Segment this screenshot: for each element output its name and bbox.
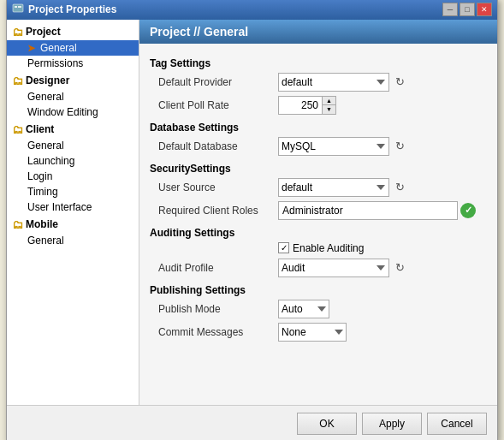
publish-mode-row: Publish Mode Auto Manual [150, 300, 487, 318]
audit-profile-controls: Audit ↻ [278, 259, 407, 277]
window-title: Project Properties [28, 3, 116, 15]
client-folder-icon: 🗂 [12, 123, 23, 136]
sidebar-item-general[interactable]: ➤ General [7, 40, 139, 56]
audit-profile-refresh-button[interactable]: ↻ [392, 260, 407, 276]
sidebar-root-client-label: Client [26, 123, 54, 135]
content-area: 🗂 Project ➤ General Permissions 🗂 Design… [7, 20, 497, 405]
sidebar-item-mobile-general-label: General [27, 235, 64, 247]
maximize-button[interactable]: □ [460, 3, 475, 16]
arrow-icon: ➤ [27, 43, 38, 53]
footer: OK Apply Cancel [7, 405, 497, 441]
audit-profile-row: Audit Profile Audit ↻ [150, 259, 487, 277]
svg-rect-0 [13, 4, 23, 12]
project-properties-window: Project Properties ─ □ ✕ 🗂 Project ➤ Gen… [6, 0, 498, 440]
default-database-select[interactable]: MySQL [278, 137, 389, 156]
default-database-refresh-button[interactable]: ↻ [392, 139, 407, 154]
sidebar-item-window-editing[interactable]: Window Editing [7, 104, 139, 120]
client-poll-rate-label: Client Poll Rate [158, 99, 278, 111]
publish-mode-label: Publish Mode [158, 303, 278, 315]
auditing-settings-title: Auditing Settings [150, 227, 487, 239]
titlebar-left: Project Properties [12, 3, 116, 15]
database-settings-title: Database Settings [150, 122, 487, 134]
sidebar-section-project: 🗂 Project ➤ General Permissions [7, 24, 139, 71]
publish-mode-select[interactable]: Auto Manual [278, 300, 329, 318]
titlebar: Project Properties ─ □ ✕ [7, 0, 497, 20]
user-source-refresh-button[interactable]: ↻ [392, 180, 407, 195]
sidebar-root-mobile-label: Mobile [26, 218, 58, 230]
default-provider-select[interactable]: default [278, 73, 389, 92]
tag-settings-title: Tag Settings [150, 57, 487, 69]
sidebar-item-timing-label: Timing [27, 186, 58, 198]
sidebar-item-mobile-general[interactable]: General [7, 233, 139, 248]
sidebar-root-project[interactable]: 🗂 Project [7, 24, 139, 40]
project-folder-icon: 🗂 [12, 26, 23, 39]
required-client-roles-label: Required Client Roles [158, 205, 278, 217]
sidebar-section-designer: 🗂 Designer General Window Editing [7, 73, 139, 120]
sidebar-item-client-general-label: General [27, 140, 64, 152]
sidebar-root-designer-label: Designer [26, 74, 69, 86]
enable-auditing-checkbox[interactable]: ✓ [278, 242, 289, 253]
apply-button[interactable]: Apply [362, 413, 422, 435]
sidebar-section-client: 🗂 Client General Launching Login Timing … [7, 122, 139, 215]
enable-auditing-label: Enable Auditing [293, 242, 364, 254]
spinner-up-button[interactable]: ▲ [322, 97, 335, 105]
client-poll-rate-row: Client Poll Rate ▲ ▼ [150, 96, 487, 115]
publishing-settings-title: Publishing Settings [150, 284, 487, 296]
user-source-row: User Source default ↻ [150, 178, 487, 197]
spinner-buttons: ▲ ▼ [322, 97, 335, 114]
client-poll-rate-spinner: ▲ ▼ [278, 96, 336, 115]
required-client-roles-controls: ✓ [278, 201, 476, 220]
svg-rect-2 [18, 6, 21, 8]
sidebar-item-general-label: General [40, 42, 77, 54]
sidebar-item-login-label: Login [27, 170, 52, 182]
required-client-roles-row: Required Client Roles ✓ [150, 201, 487, 220]
panel-body: Tag Settings Default Provider default ↻ … [139, 44, 497, 353]
sidebar-item-designer-general[interactable]: General [7, 89, 139, 104]
required-client-roles-input[interactable] [278, 201, 458, 220]
default-provider-row: Default Provider default ↻ [150, 73, 487, 92]
audit-profile-select[interactable]: Audit [278, 259, 389, 277]
default-database-row: Default Database MySQL ↻ [150, 137, 487, 156]
audit-profile-label: Audit Profile [158, 262, 278, 274]
minimize-button[interactable]: ─ [442, 3, 458, 16]
mobile-folder-icon: 🗂 [12, 218, 23, 231]
sidebar-item-login[interactable]: Login [7, 169, 139, 184]
default-database-label: Default Database [158, 140, 278, 152]
user-source-controls: default ↻ [278, 178, 407, 197]
sidebar-item-window-editing-label: Window Editing [27, 106, 98, 118]
commit-messages-row: Commit Messages None Required Optional [150, 323, 487, 342]
window-icon [12, 3, 24, 15]
publish-mode-controls: Auto Manual [278, 300, 329, 318]
cancel-button[interactable]: Cancel [427, 413, 487, 435]
panel-header-title: Project // General [150, 25, 248, 39]
main-panel: Project // General Tag Settings Default … [139, 20, 497, 405]
valid-status-icon: ✓ [460, 203, 476, 218]
sidebar-item-client-general[interactable]: General [7, 138, 139, 153]
user-source-select[interactable]: default [278, 178, 389, 197]
close-button[interactable]: ✕ [477, 3, 492, 16]
spinner-down-button[interactable]: ▼ [322, 105, 335, 114]
ok-button[interactable]: OK [297, 413, 357, 435]
enable-auditing-checkbox-label[interactable]: ✓ Enable Auditing [278, 242, 364, 254]
default-provider-refresh-button[interactable]: ↻ [392, 74, 407, 90]
sidebar-root-project-label: Project [26, 26, 61, 38]
sidebar-item-permissions[interactable]: Permissions [7, 56, 139, 71]
default-provider-controls: default ↻ [278, 73, 407, 92]
panel-header: Project // General [139, 20, 497, 44]
sidebar-root-mobile[interactable]: 🗂 Mobile [7, 217, 139, 233]
sidebar-section-mobile: 🗂 Mobile General [7, 217, 139, 248]
sidebar-item-designer-general-label: General [27, 91, 64, 103]
security-settings-title: SecuritySettings [150, 163, 487, 175]
sidebar-item-launching[interactable]: Launching [7, 153, 139, 169]
sidebar-item-timing[interactable]: Timing [7, 184, 139, 199]
enable-auditing-row: ✓ Enable Auditing [150, 242, 487, 254]
default-database-controls: MySQL ↻ [278, 137, 407, 156]
client-poll-rate-input[interactable] [279, 97, 322, 114]
svg-rect-1 [15, 6, 17, 8]
commit-messages-controls: None Required Optional [278, 323, 347, 342]
sidebar-root-client[interactable]: 🗂 Client [7, 122, 139, 138]
sidebar-root-designer[interactable]: 🗂 Designer [7, 73, 139, 89]
commit-messages-select[interactable]: None Required Optional [278, 323, 347, 342]
sidebar-item-user-interface[interactable]: User Interface [7, 199, 139, 215]
user-source-label: User Source [158, 181, 278, 193]
